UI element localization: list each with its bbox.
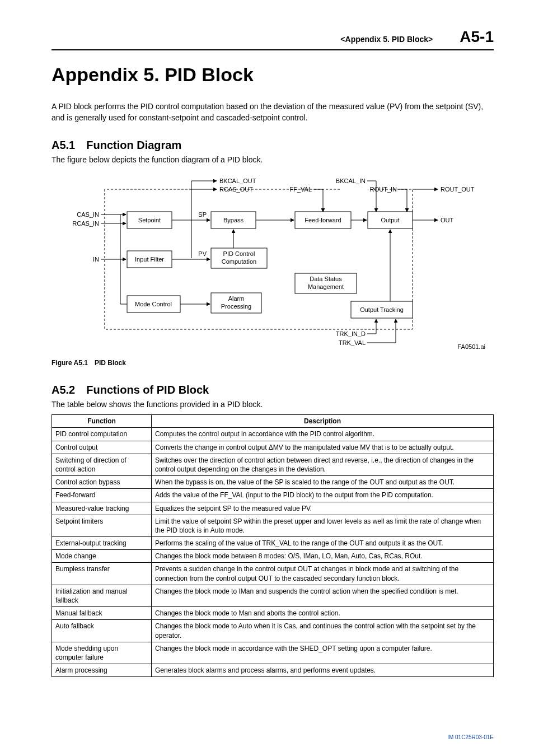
document-id: IM 01C25R03-01E bbox=[447, 734, 494, 740]
function-diagram: BKCAL_OUT RCAS_OUT FF_VAL BKCAL_IN ROUT_… bbox=[51, 170, 494, 354]
cell-desc: Converts the change in control output ΔM… bbox=[152, 441, 494, 454]
box-alarm-l1: Alarm bbox=[228, 295, 245, 302]
running-header: <Appendix 5. PID Block> A5-1 bbox=[51, 28, 494, 50]
page-title: Appendix 5. PID Block bbox=[51, 64, 494, 86]
box-setpoint: Setpoint bbox=[138, 217, 161, 223]
cell-fn: Manual fallback bbox=[52, 607, 152, 620]
table-row: Control outputConverts the change in con… bbox=[52, 441, 494, 454]
label-in: IN bbox=[93, 256, 99, 263]
label-trk-val: TRK_VAL bbox=[339, 339, 366, 346]
cell-fn: Auto fallback bbox=[52, 620, 152, 642]
table-row: Feed-forwardAdds the value of the FF_VAL… bbox=[52, 489, 494, 502]
label-rout-in: ROUT_IN bbox=[370, 186, 397, 193]
header-section: <Appendix 5. PID Block> bbox=[340, 35, 433, 44]
cell-fn: Measured-value tracking bbox=[52, 502, 152, 515]
intro-paragraph: A PID block performs the PID control com… bbox=[51, 101, 494, 123]
box-datastatus-l2: Management bbox=[308, 283, 344, 290]
label-sp: SP bbox=[198, 211, 207, 218]
table-row: Control action bypassWhen the bypass is … bbox=[52, 476, 494, 489]
label-ff-val: FF_VAL bbox=[289, 186, 312, 193]
box-output: Output bbox=[381, 217, 399, 223]
cell-desc: When the bypass is on, the value of the … bbox=[152, 476, 494, 489]
cell-fn: Feed-forward bbox=[52, 489, 152, 502]
table-row: Mode shedding upon computer failureChang… bbox=[52, 642, 494, 664]
table-row: Mode changeChanges the block mode betwee… bbox=[52, 550, 494, 563]
cell-desc: Changes the block mode to Auto when it i… bbox=[152, 620, 494, 642]
cell-desc: Changes the block mode to Man and aborts… bbox=[152, 607, 494, 620]
th-description: Description bbox=[152, 415, 494, 428]
cell-desc: Limit the value of setpoint SP within th… bbox=[152, 515, 494, 536]
cell-fn: Initialization and manual fallback bbox=[52, 585, 152, 606]
box-datastatus-l1: Data Status bbox=[310, 276, 342, 282]
cell-desc: Performs the scaling of the value of TRK… bbox=[152, 537, 494, 550]
header-page-number: A5-1 bbox=[460, 28, 494, 46]
table-row: Auto fallbackChanges the block mode to A… bbox=[52, 620, 494, 642]
cell-desc: Switches over the direction of control a… bbox=[152, 454, 494, 475]
cell-fn: Mode change bbox=[52, 550, 152, 563]
label-rout-out: ROUT_OUT bbox=[441, 186, 475, 193]
cell-desc: Prevents a sudden change in the control … bbox=[152, 563, 494, 585]
cell-fn: Control output bbox=[52, 441, 152, 454]
cell-fn: Switching of direction of control action bbox=[52, 454, 152, 475]
functions-table: Function Description PID control computa… bbox=[51, 414, 494, 677]
box-pid-l1: PID Control bbox=[223, 250, 255, 257]
section-heading-a5-2: A5.2 Functions of PID Block bbox=[51, 384, 494, 396]
table-row: Initialization and manual fallbackChange… bbox=[52, 585, 494, 606]
th-function: Function bbox=[52, 415, 152, 428]
cell-fn: Mode shedding upon computer failure bbox=[52, 642, 152, 664]
section-intro-a5-1: The figure below depicts the function di… bbox=[51, 155, 494, 164]
table-row: Manual fallbackChanges the block mode to… bbox=[52, 607, 494, 620]
label-trk-in-d: TRK_IN_D bbox=[336, 330, 366, 337]
cell-desc: Computes the control output in accordanc… bbox=[152, 428, 494, 441]
box-input-filter: Input Filter bbox=[135, 256, 164, 263]
cell-fn: Alarm processing bbox=[52, 664, 152, 677]
box-pid-l2: Computation bbox=[222, 258, 256, 265]
cell-fn: Bumpless transfer bbox=[52, 563, 152, 585]
box-feed-forward: Feed-forward bbox=[305, 217, 341, 223]
figure-caption: Figure A5.1 PID Block bbox=[51, 359, 494, 367]
label-rcas-out: RCAS_OUT bbox=[219, 186, 253, 193]
label-out: OUT bbox=[441, 217, 454, 223]
cell-desc: Generates block alarms and process alarm… bbox=[152, 664, 494, 677]
cell-desc: Changes the block mode in accordance wit… bbox=[152, 642, 494, 664]
table-row: Setpoint limitersLimit the value of setp… bbox=[52, 515, 494, 536]
cell-desc: Equalizes the setpoint SP to the measure… bbox=[152, 502, 494, 515]
box-bypass: Bypass bbox=[223, 217, 244, 223]
label-cas-in: CAS_IN bbox=[77, 211, 99, 218]
label-bkcal-out: BKCAL_OUT bbox=[219, 178, 256, 184]
cell-desc: Changes the block mode to IMan and suspe… bbox=[152, 585, 494, 606]
section-intro-a5-2: The table below shows the functions prov… bbox=[51, 400, 494, 409]
table-row: Bumpless transferPrevents a sudden chang… bbox=[52, 563, 494, 585]
box-output-tracking: Output Tracking bbox=[360, 306, 404, 313]
label-rcas-in: RCAS_IN bbox=[72, 220, 99, 227]
cell-desc: Changes the block mode between 8 modes: … bbox=[152, 550, 494, 563]
cell-desc: Adds the value of the FF_VAL (input to t… bbox=[152, 489, 494, 502]
label-bkcal-in: BKCAL_IN bbox=[336, 178, 366, 184]
cell-fn: Control action bypass bbox=[52, 476, 152, 489]
label-pv: PV bbox=[198, 250, 207, 257]
table-row: Alarm processingGenerates block alarms a… bbox=[52, 664, 494, 677]
table-row: External-output trackingPerforms the sca… bbox=[52, 537, 494, 550]
box-alarm-l2: Processing bbox=[221, 303, 251, 310]
cell-fn: External-output tracking bbox=[52, 537, 152, 550]
table-row: PID control computationComputes the cont… bbox=[52, 428, 494, 441]
cell-fn: PID control computation bbox=[52, 428, 152, 441]
table-row: Measured-value trackingEqualizes the set… bbox=[52, 502, 494, 515]
table-row: Switching of direction of control action… bbox=[52, 454, 494, 475]
section-heading-a5-1: A5.1 Function Diagram bbox=[51, 139, 494, 152]
cell-fn: Setpoint limiters bbox=[52, 515, 152, 536]
box-mode-control: Mode Control bbox=[135, 301, 172, 307]
figure-ref: FA0501.ai bbox=[457, 343, 485, 350]
